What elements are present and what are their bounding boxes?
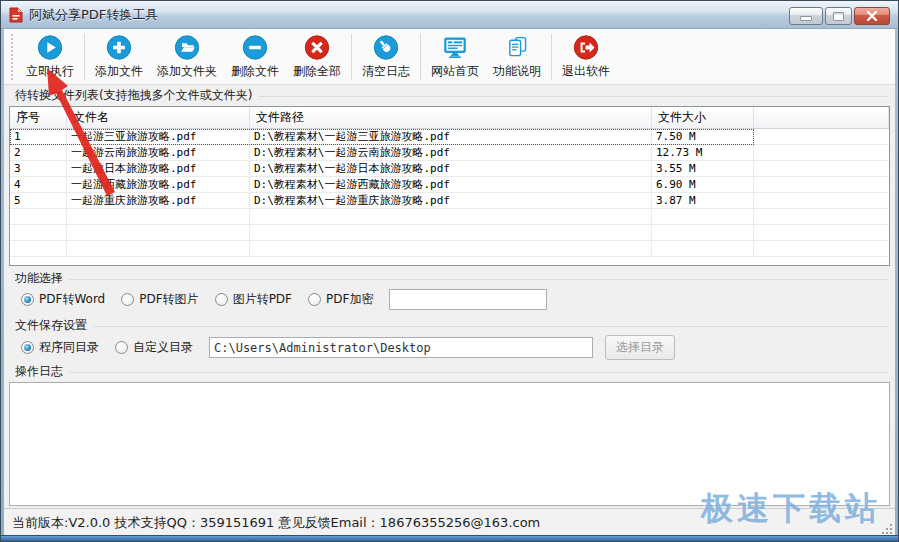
execute-now-button[interactable]: 立即执行: [19, 31, 81, 83]
clear-log-icon: [371, 34, 401, 61]
radio-image-to-pdf[interactable]: 图片转PDF: [215, 291, 292, 308]
app-icon: [9, 7, 23, 23]
log-textarea[interactable]: [9, 382, 890, 506]
col-header-path[interactable]: 文件路径: [250, 107, 652, 128]
log-section-label: 操作日志: [15, 363, 63, 380]
toolbar-separator: [420, 34, 421, 80]
table-row[interactable]: 4 一起游西藏旅游攻略.pdf D:\教程素材\一起游西藏旅游攻略.pdf 6.…: [10, 177, 889, 193]
function-section-header: 功能选择: [15, 270, 887, 287]
file-list-section-label: 待转换文件列表(支持拖拽多个文件或文件夹): [15, 87, 252, 104]
help-doc-button[interactable]: 功能说明: [486, 31, 548, 83]
title-bar: 阿斌分享PDF转换工具: [1, 1, 898, 29]
section-divider: [258, 96, 887, 97]
file-list-section-header: 待转换文件列表(支持拖拽多个文件或文件夹): [15, 87, 887, 104]
window-title: 阿斌分享PDF转换工具: [29, 6, 158, 24]
maximize-icon: [833, 12, 844, 21]
add-folder-button[interactable]: 添加文件夹: [150, 31, 224, 83]
website-home-button[interactable]: 网站首页: [424, 31, 486, 83]
radio-custom-dir[interactable]: 自定义目录: [115, 339, 193, 356]
table-row[interactable]: 3 一起游日本旅游攻略.pdf D:\教程素材\一起游日本旅游攻略.pdf 3.…: [10, 161, 889, 177]
remove-all-button[interactable]: 删除全部: [286, 31, 348, 83]
clear-log-button[interactable]: 清空日志: [355, 31, 417, 83]
window-border-right: [895, 29, 898, 541]
table-row[interactable]: 5 一起游重庆旅游攻略.pdf D:\教程素材\一起游重庆旅游攻略.pdf 3.…: [10, 193, 889, 209]
col-header-size[interactable]: 文件大小: [652, 107, 754, 128]
radio-pdf-to-image[interactable]: PDF转图片: [121, 291, 198, 308]
close-button[interactable]: [854, 7, 890, 25]
add-file-icon: [104, 34, 134, 61]
file-table: 序号 文件名 文件路径 文件大小 1 一起游三亚旅游攻略.pdf D:\教程素材…: [9, 106, 890, 266]
choose-dir-button[interactable]: 选择目录: [605, 335, 675, 360]
close-icon: [866, 10, 878, 22]
radio-icon: [21, 341, 34, 354]
col-header-index[interactable]: 序号: [10, 107, 67, 128]
play-icon: [35, 34, 65, 61]
minimize-icon: [800, 16, 812, 21]
table-row[interactable]: 2 一起游云南旅游攻略.pdf D:\教程素材\一起游云南旅游攻略.pdf 12…: [10, 145, 889, 161]
add-file-button[interactable]: 添加文件: [88, 31, 150, 83]
table-row-empty: [10, 241, 889, 257]
radio-icon: [215, 293, 228, 306]
remove-file-button[interactable]: 删除文件: [224, 31, 286, 83]
toolbar-separator: [351, 34, 352, 80]
save-section-label: 文件保存设置: [15, 317, 87, 334]
remove-all-icon: [302, 34, 332, 61]
toolbar-separator: [551, 34, 552, 80]
maximize-button[interactable]: [825, 7, 852, 25]
status-text: 当前版本:V2.0.0 技术支持QQ：359151691 意见反馈Email：1…: [12, 514, 540, 532]
remove-file-icon: [240, 34, 270, 61]
toolbar-separator: [84, 34, 85, 80]
resize-grip-icon[interactable]: [880, 522, 892, 534]
col-header-name[interactable]: 文件名: [67, 107, 250, 128]
help-doc-icon: [502, 34, 532, 61]
function-options: PDF转Word PDF转图片 图片转PDF PDF加密: [21, 288, 547, 310]
radio-icon: [121, 293, 134, 306]
radio-icon: [21, 293, 34, 306]
encrypt-password-input[interactable]: [389, 289, 547, 310]
radio-icon: [115, 341, 128, 354]
section-divider: [69, 372, 887, 373]
radio-icon: [308, 293, 321, 306]
function-section-label: 功能选择: [15, 270, 63, 287]
radio-pdf-encrypt[interactable]: PDF加密: [308, 291, 373, 308]
app-window: 阿斌分享PDF转换工具 立即执行: [0, 0, 899, 542]
exit-icon: [571, 34, 601, 61]
radio-pdf-to-word[interactable]: PDF转Word: [21, 291, 105, 308]
window-border-bottom: [1, 535, 898, 541]
toolbar-gripper[interactable]: [11, 34, 14, 80]
col-header-filler: [754, 107, 889, 128]
client-area: 立即执行 添加文件 添加文件夹: [4, 29, 895, 535]
log-section-header: 操作日志: [15, 363, 887, 380]
save-options: 程序同目录 自定义目录 选择目录: [21, 335, 675, 360]
status-bar: 当前版本:V2.0.0 技术支持QQ：359151691 意见反馈Email：1…: [4, 508, 895, 537]
save-section-header: 文件保存设置: [15, 317, 887, 334]
toolbar: 立即执行 添加文件 添加文件夹: [4, 29, 895, 85]
table-row-empty: [10, 225, 889, 241]
table-row[interactable]: 1 一起游三亚旅游攻略.pdf D:\教程素材\一起游三亚旅游攻略.pdf 7.…: [10, 129, 889, 145]
window-border-left: [1, 29, 4, 541]
website-home-icon: [440, 34, 470, 61]
exit-button[interactable]: 退出软件: [555, 31, 617, 83]
section-divider: [69, 279, 887, 280]
section-divider: [93, 326, 887, 327]
table-row-empty: [10, 209, 889, 225]
minimize-button[interactable]: [789, 7, 823, 25]
add-folder-icon: [172, 34, 202, 61]
table-header: 序号 文件名 文件路径 文件大小: [10, 107, 889, 129]
radio-same-dir[interactable]: 程序同目录: [21, 339, 99, 356]
save-path-input[interactable]: [209, 337, 593, 358]
